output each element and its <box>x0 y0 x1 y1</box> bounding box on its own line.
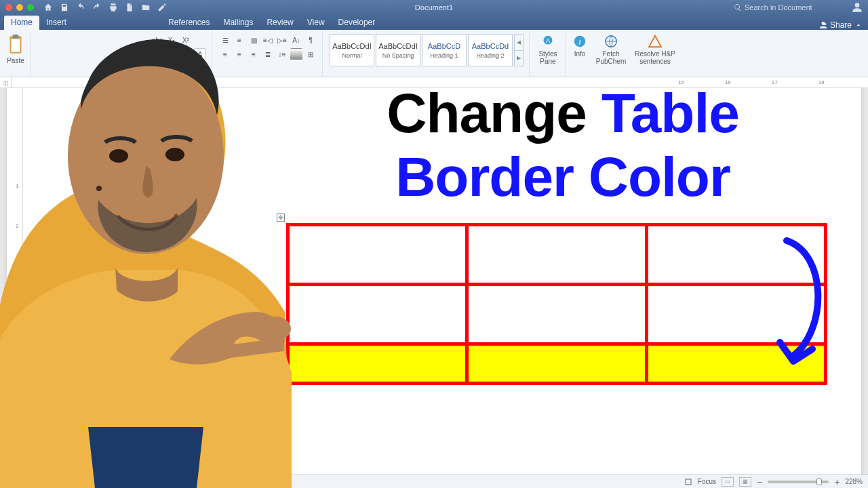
focus-label[interactable]: Focus <box>698 478 716 485</box>
table-row[interactable] <box>288 344 826 383</box>
style-no-spacing[interactable]: AaBbCcDdI No Spacing <box>376 34 420 66</box>
align-right-button[interactable]: ≡ <box>248 48 260 60</box>
search-box[interactable] <box>734 3 846 12</box>
tab-home[interactable]: Home <box>4 16 39 30</box>
highlight-button[interactable]: A <box>151 48 163 60</box>
justify-button[interactable]: ≣ <box>262 48 274 60</box>
close-window-button[interactable] <box>5 4 12 11</box>
style-heading-2[interactable]: AaBbCcDd Heading 2 <box>468 34 513 66</box>
bullets-button[interactable]: ☰ <box>219 34 231 46</box>
undo-icon[interactable] <box>76 3 85 12</box>
style-gallery-nav[interactable]: ◀▶ <box>514 34 524 66</box>
redo-icon[interactable] <box>92 3 102 12</box>
table-cell[interactable] <box>467 344 646 383</box>
focus-icon <box>684 478 692 486</box>
style-normal[interactable]: AaBbCcDdI Normal <box>330 34 374 66</box>
shading-button[interactable] <box>290 48 302 60</box>
style-heading-1[interactable]: AaBbCcD Heading 1 <box>422 34 467 66</box>
numbering-button[interactable]: ≡ <box>233 34 245 46</box>
tab-developer[interactable]: Developer <box>332 16 382 30</box>
print-layout-view-button[interactable]: ▭ <box>722 477 734 487</box>
tab-references[interactable]: References <box>161 16 216 30</box>
table-cell[interactable] <box>288 284 467 344</box>
new-doc-icon[interactable] <box>125 3 134 12</box>
home-icon[interactable] <box>43 3 53 12</box>
share-icon <box>819 21 827 29</box>
arrow-annotation <box>760 234 834 376</box>
share-button[interactable]: Share <box>819 20 868 30</box>
headline-part1: Change <box>387 88 587 144</box>
search-input[interactable] <box>745 3 846 12</box>
open-icon[interactable] <box>141 3 151 12</box>
print-icon[interactable] <box>108 3 118 12</box>
share-label: Share <box>830 20 852 30</box>
indent-left-button[interactable]: ≡◁ <box>262 34 274 46</box>
subscript-button[interactable]: X₂ <box>165 34 178 46</box>
headline-part3: Border Color <box>395 146 730 207</box>
info-button[interactable]: i Info <box>572 34 587 65</box>
zoom-in-button[interactable]: + <box>834 476 840 487</box>
paste-button[interactable]: Paste <box>7 34 24 64</box>
document-page[interactable]: Change Table Border Color ✥ <box>7 88 861 474</box>
zoom-slider[interactable] <box>768 481 829 483</box>
horizontal-ruler[interactable]: ◫ 15 16 17 18 <box>0 77 868 88</box>
tab-view[interactable]: View <box>300 16 332 30</box>
fetch-pubchem-button[interactable]: Fetch PubChem <box>595 34 627 65</box>
table-row[interactable] <box>288 224 826 284</box>
collapse-ribbon-icon[interactable] <box>854 21 863 29</box>
borders-button[interactable]: ⊞ <box>304 48 317 60</box>
minimize-window-button[interactable] <box>16 4 23 11</box>
vertical-ruler[interactable]: 123 <box>12 88 23 461</box>
demo-table[interactable] <box>286 223 827 385</box>
char-border-button[interactable]: A <box>194 48 206 60</box>
ribbon-tabs: Home Insert References Mailings Review V… <box>0 15 868 30</box>
table-cell[interactable] <box>288 224 467 284</box>
svg-rect-13 <box>686 479 691 485</box>
strike-button[interactable]: abe <box>151 34 163 46</box>
table-cell[interactable] <box>288 344 467 383</box>
headline-text: Change Table Border Color <box>292 88 834 209</box>
font-controls-group: abe X₂ X² A A A A <box>150 33 212 77</box>
font-color-button[interactable]: A <box>165 48 178 60</box>
maximize-window-button[interactable] <box>27 4 34 11</box>
table-cell[interactable] <box>467 284 646 344</box>
edit-icon[interactable] <box>157 3 167 12</box>
show-marks-button[interactable]: ¶ <box>304 34 317 46</box>
indent-right-button[interactable]: ▷≡ <box>276 34 288 46</box>
table-cell[interactable] <box>467 224 646 284</box>
svg-rect-2 <box>12 39 20 52</box>
table-row[interactable] <box>288 284 826 344</box>
style-preview: AaBbCcD <box>428 42 460 50</box>
line-spacing-button[interactable]: ↕≡ <box>276 48 288 60</box>
table-move-handle[interactable]: ✥ <box>277 214 285 222</box>
align-center-button[interactable]: ≡ <box>233 48 245 60</box>
info-icon: i <box>572 34 587 49</box>
style-name: No Spacing <box>382 52 414 59</box>
tab-review[interactable]: Review <box>260 16 300 30</box>
char-shading-button[interactable]: A <box>180 48 192 60</box>
save-icon[interactable] <box>60 3 69 12</box>
tab-mailings[interactable]: Mailings <box>216 16 260 30</box>
status-bar: Focus ▭ ▦ − + 228% <box>0 474 868 488</box>
clipboard-group: Paste <box>5 33 31 77</box>
multilevel-button[interactable]: ▤ <box>248 34 260 46</box>
svg-rect-1 <box>13 35 19 38</box>
sort-button[interactable]: A↓ <box>290 34 302 46</box>
web-layout-view-button[interactable]: ▦ <box>739 477 751 487</box>
resolve-button[interactable]: Resolve H&P sentences <box>635 34 675 65</box>
superscript-button[interactable]: X² <box>180 34 192 46</box>
style-preview: AaBbCcDdI <box>378 42 417 50</box>
styles-pane-button[interactable]: A Styles Pane <box>536 34 559 65</box>
document-area: 123 Change Table Border Color ✥ <box>0 88 868 474</box>
title-bar: Document1 <box>0 0 868 15</box>
zoom-level[interactable]: 228% <box>845 478 863 485</box>
style-name: Heading 1 <box>430 52 458 59</box>
zoom-out-button[interactable]: − <box>757 476 762 487</box>
tab-insert[interactable]: Insert <box>39 16 73 30</box>
svg-text:A: A <box>546 37 551 44</box>
zoom-thumb[interactable] <box>816 479 822 485</box>
user-icon[interactable] <box>852 2 863 13</box>
align-left-button[interactable]: ≡ <box>219 48 231 60</box>
styles-group: AaBbCcDdI Normal AaBbCcDdI No Spacing Aa… <box>328 33 530 77</box>
clipboard-icon <box>7 34 24 56</box>
